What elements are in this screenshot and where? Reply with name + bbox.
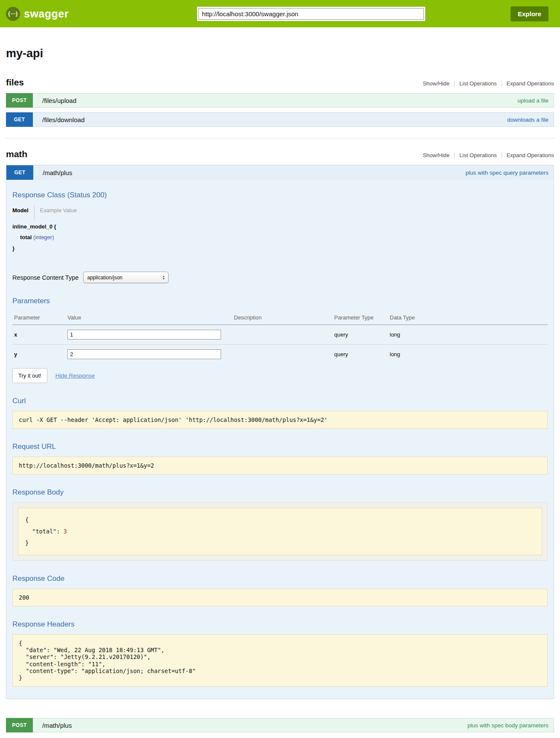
operation-row-expanded: GET /math/plus plus with spec query para… bbox=[6, 165, 554, 699]
response-content-type-label: Response Content Type bbox=[12, 274, 79, 281]
column-parameter-type: Parameter Type bbox=[332, 311, 388, 325]
param-type: query bbox=[332, 325, 388, 345]
operation-summary-link[interactable]: upload a file bbox=[517, 94, 548, 107]
parameters-table: Parameter Value Description Parameter Ty… bbox=[12, 311, 548, 364]
expand-operations-link[interactable]: Expand Operations bbox=[502, 152, 554, 158]
hide-response-link[interactable]: Hide Response bbox=[55, 372, 95, 379]
param-name: x bbox=[12, 325, 66, 345]
response-class-tabs: Model Example Value bbox=[12, 205, 548, 220]
topbar: {⋯} swagger Explore bbox=[0, 0, 560, 27]
column-data-type: Data Type bbox=[388, 311, 548, 325]
list-operations-link[interactable]: List Operations bbox=[454, 80, 501, 87]
spec-url-input[interactable] bbox=[198, 8, 424, 20]
try-it-out-button[interactable]: Try it out! bbox=[12, 368, 47, 383]
model-property-type: (integer) bbox=[33, 234, 54, 240]
tab-model[interactable]: Model bbox=[12, 205, 35, 220]
request-url-heading: Request URL bbox=[12, 442, 548, 451]
json-brace-close: } bbox=[25, 539, 29, 546]
param-row-y: y query long bbox=[12, 345, 548, 364]
response-class-heading: Response Class (Status 200) bbox=[12, 191, 548, 199]
model-signature-open: inline_model_0 { bbox=[12, 221, 548, 232]
operation-heading[interactable]: GET /math/plus plus with spec query para… bbox=[6, 165, 554, 180]
param-description bbox=[232, 325, 332, 345]
param-name: y bbox=[12, 345, 66, 364]
method-badge: POST bbox=[6, 93, 33, 108]
param-value-input-x[interactable] bbox=[67, 330, 221, 340]
operation-row: POST /files/upload upload a file bbox=[6, 93, 554, 108]
header-line: "server": "Jetty(9.2.21.v20170120)", bbox=[19, 653, 151, 660]
operation-row: POST /math/plus plus with spec body para… bbox=[6, 718, 554, 732]
json-key: "total": bbox=[32, 528, 63, 535]
curl-command: curl -X GET --header 'Accept: applicatio… bbox=[12, 411, 548, 429]
model-property-name: total bbox=[20, 234, 32, 240]
show-hide-link[interactable]: Show/Hide bbox=[418, 152, 454, 158]
resource-head: files Show/Hide List Operations Expand O… bbox=[6, 77, 554, 88]
resource-head: math Show/Hide List Operations Expand Op… bbox=[6, 149, 554, 159]
page-title: my-api bbox=[6, 47, 554, 60]
spec-url-field-wrap bbox=[197, 6, 426, 21]
param-data-type: long bbox=[388, 325, 548, 345]
column-description: Description bbox=[232, 311, 332, 325]
method-badge: GET bbox=[6, 112, 33, 127]
header-line: "content-length": "11", bbox=[19, 661, 105, 668]
response-body: { "total": 3 } bbox=[12, 502, 548, 561]
response-code-heading: Response Code bbox=[12, 574, 548, 583]
model-signature: inline_model_0 { total (integer) } bbox=[12, 221, 548, 254]
json-brace-open: { bbox=[25, 516, 29, 523]
resource-section-math: math Show/Hide List Operations Expand Op… bbox=[6, 138, 554, 732]
operation-summary-link[interactable]: downloads a file bbox=[507, 113, 548, 126]
list-operations-link[interactable]: List Operations bbox=[454, 152, 501, 158]
resource-title: files bbox=[6, 77, 24, 88]
column-value: Value bbox=[66, 311, 232, 325]
header-line: { bbox=[19, 640, 22, 647]
operation-summary-link[interactable]: plus with spec query parameters bbox=[466, 165, 548, 180]
response-content-type-row: Response Content Type application/json ▲… bbox=[12, 272, 548, 283]
header-line: "date": "Wed, 22 Aug 2018 18:49:13 GMT", bbox=[19, 647, 164, 653]
brand[interactable]: {⋯} swagger bbox=[6, 7, 69, 21]
swagger-logo-icon: {⋯} bbox=[6, 7, 20, 21]
operation-path[interactable]: /files/download bbox=[42, 113, 85, 126]
operation-summary-link[interactable]: plus with spec body parameters bbox=[467, 718, 548, 732]
method-badge: POST bbox=[6, 718, 33, 732]
operation-panel: Response Class (Status 200) Model Exampl… bbox=[6, 191, 554, 699]
response-headers: { "date": "Wed, 22 Aug 2018 18:49:13 GMT… bbox=[12, 634, 548, 687]
request-url-value: http://localhost:3000/math/plus?x=1&y=2 bbox=[12, 457, 548, 474]
operation-path[interactable]: /files/upload bbox=[42, 94, 76, 107]
param-description bbox=[232, 345, 332, 364]
resource-title: math bbox=[6, 149, 27, 159]
response-content-type-select[interactable]: application/json ▲▼ bbox=[83, 272, 169, 283]
operation-path[interactable]: /math/plus bbox=[42, 718, 72, 732]
model-property: total (integer) bbox=[12, 232, 548, 243]
select-arrows-icon: ▲▼ bbox=[162, 275, 165, 280]
expand-operations-link[interactable]: Expand Operations bbox=[502, 80, 554, 87]
resource-controls: Show/Hide List Operations Expand Operati… bbox=[418, 80, 554, 87]
explore-button[interactable]: Explore bbox=[510, 6, 548, 21]
header-line: "content-type": "application/json; chars… bbox=[19, 668, 196, 674]
param-value-input-y[interactable] bbox=[67, 349, 221, 359]
parameters-heading: Parameters bbox=[12, 297, 548, 305]
show-hide-link[interactable]: Show/Hide bbox=[418, 80, 454, 87]
header-line: } bbox=[19, 674, 22, 681]
selected-option: application/json bbox=[87, 275, 122, 281]
method-badge: GET bbox=[6, 165, 33, 180]
operation-heading[interactable]: POST /files/upload upload a file bbox=[6, 93, 554, 108]
operation-path[interactable]: /math/plus bbox=[43, 165, 72, 180]
main-content: my-api files Show/Hide List Operations E… bbox=[6, 47, 554, 738]
response-headers-heading: Response Headers bbox=[12, 620, 548, 629]
parameters-header-row: Parameter Value Description Parameter Ty… bbox=[12, 311, 548, 325]
resource-section-files: files Show/Hide List Operations Expand O… bbox=[6, 77, 554, 127]
operation-heading[interactable]: GET /files/download downloads a file bbox=[6, 112, 554, 127]
param-type: query bbox=[332, 345, 388, 364]
model-signature-close: } bbox=[12, 243, 548, 254]
operation-heading[interactable]: POST /math/plus plus with spec body para… bbox=[6, 718, 554, 732]
response-body-heading: Response Body bbox=[12, 488, 548, 497]
param-data-type: long bbox=[388, 345, 548, 364]
try-it-out-row: Try it out! Hide Response bbox=[12, 368, 548, 383]
resource-controls: Show/Hide List Operations Expand Operati… bbox=[418, 152, 554, 158]
curl-heading: Curl bbox=[12, 397, 548, 405]
tab-example-value[interactable]: Example Value bbox=[35, 205, 82, 220]
operation-row: GET /files/download downloads a file bbox=[6, 112, 554, 127]
json-value: 3 bbox=[63, 528, 67, 535]
column-parameter: Parameter bbox=[12, 311, 66, 325]
param-row-x: x query long bbox=[12, 325, 548, 345]
